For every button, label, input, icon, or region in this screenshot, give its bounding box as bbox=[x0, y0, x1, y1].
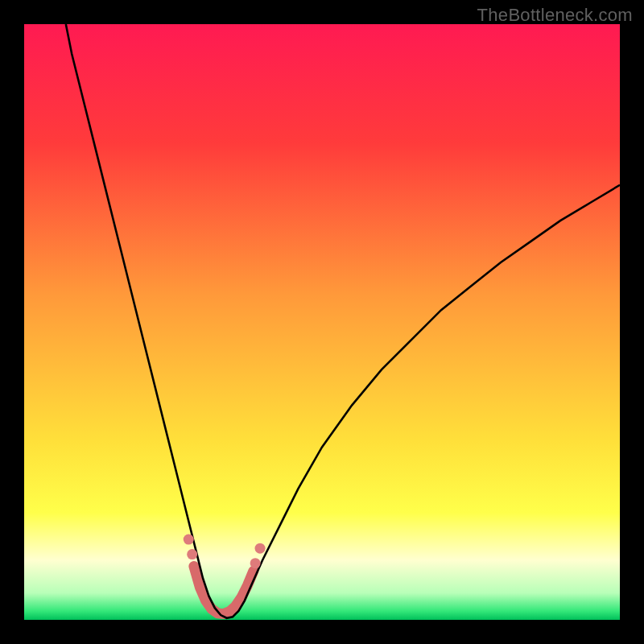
plot-area bbox=[24, 24, 620, 620]
chart-frame: TheBottleneck.com bbox=[0, 0, 644, 644]
highlight-dot bbox=[250, 558, 261, 568]
highlight-dot bbox=[184, 535, 194, 545]
highlight-dot bbox=[255, 543, 266, 554]
gradient-background bbox=[24, 24, 620, 620]
watermark-text: TheBottleneck.com bbox=[477, 5, 633, 26]
chart-svg bbox=[24, 24, 620, 620]
highlight-dot bbox=[187, 549, 197, 559]
